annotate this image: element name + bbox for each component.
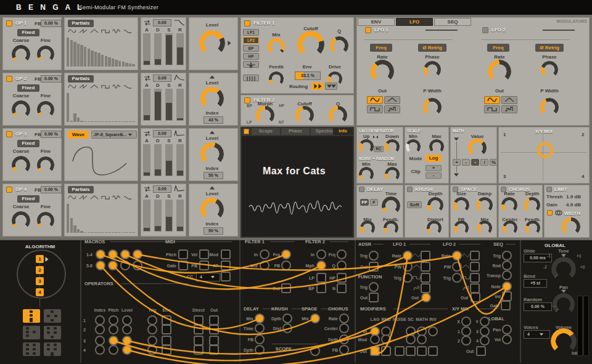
partials-preset-tri-icon[interactable] bbox=[90, 84, 99, 89]
patch-jack[interactable] bbox=[452, 251, 462, 261]
patch-jack[interactable] bbox=[147, 345, 157, 355]
patch-jack[interactable] bbox=[395, 346, 405, 356]
lfo-wave-sine-button[interactable] bbox=[367, 96, 383, 104]
patch-jack[interactable] bbox=[370, 346, 380, 356]
lag-rc-button[interactable]: RC bbox=[374, 146, 384, 152]
partials-preset-sine2-icon[interactable] bbox=[112, 195, 121, 200]
algorithm-preset-6-button[interactable] bbox=[44, 342, 61, 356]
patch-jack[interactable] bbox=[403, 262, 413, 272]
lfo2-rate-knob[interactable] bbox=[488, 60, 511, 83]
patch-jack[interactable] bbox=[316, 273, 326, 283]
patch-jack[interactable] bbox=[452, 262, 462, 272]
patch-jack[interactable] bbox=[122, 325, 132, 334]
op4-partials-display[interactable] bbox=[67, 203, 136, 233]
patch-jack[interactable] bbox=[282, 323, 292, 333]
patch-jack[interactable] bbox=[480, 326, 490, 336]
patch-jack[interactable] bbox=[369, 293, 379, 302]
op1-coarse-knob[interactable] bbox=[12, 45, 30, 63]
noise-min-knob[interactable] bbox=[359, 167, 374, 182]
math-op-mul[interactable]: • bbox=[471, 159, 479, 166]
op3-level-knob[interactable] bbox=[200, 142, 224, 166]
patch-jack[interactable] bbox=[281, 249, 291, 259]
patch-jack[interactable] bbox=[339, 313, 349, 323]
partials-preset-sqr-icon[interactable] bbox=[101, 28, 110, 34]
op4-loop-icon[interactable] bbox=[144, 186, 151, 192]
op1-partials-display[interactable] bbox=[67, 37, 136, 67]
adsr-slider[interactable] bbox=[143, 33, 150, 65]
adsr-slider[interactable] bbox=[176, 144, 184, 176]
patch-jack[interactable] bbox=[178, 249, 188, 259]
lag-link-icon[interactable] bbox=[372, 135, 379, 139]
chorus-center-knob[interactable] bbox=[503, 220, 517, 235]
patch-jack[interactable] bbox=[310, 313, 320, 323]
patch-jack[interactable] bbox=[452, 273, 462, 283]
krush-depth-knob[interactable] bbox=[427, 197, 443, 213]
scale-log-button[interactable]: Log bbox=[426, 155, 442, 162]
op1-fixed-button[interactable]: Fixed bbox=[17, 29, 39, 36]
partials-preset-sine-icon[interactable] bbox=[68, 28, 76, 34]
patch-jack[interactable] bbox=[221, 272, 231, 281]
partials-preset-sine2-icon[interactable] bbox=[112, 28, 121, 34]
patch-jack[interactable] bbox=[502, 261, 512, 270]
algorithm-preset-4-button[interactable] bbox=[44, 326, 61, 339]
math-op-sub[interactable]: - bbox=[462, 159, 470, 166]
patch-jack[interactable] bbox=[162, 345, 171, 355]
space-fb-knob[interactable] bbox=[454, 220, 469, 235]
patch-jack[interactable] bbox=[476, 346, 486, 356]
display-toggle[interactable] bbox=[244, 129, 249, 134]
lfo1-pwidth-knob[interactable] bbox=[423, 98, 442, 116]
algorithm-op1-node[interactable]: 1 bbox=[36, 255, 44, 263]
op3-fixed-button[interactable]: Fixed bbox=[17, 140, 39, 147]
patch-jack[interactable] bbox=[470, 273, 480, 283]
patch-jack[interactable] bbox=[108, 261, 118, 270]
filter1-q-knob[interactable] bbox=[330, 36, 348, 55]
op3-index-value[interactable]: 50 % bbox=[204, 172, 223, 179]
patch-jack[interactable] bbox=[316, 261, 326, 270]
xy-pad-handle[interactable] bbox=[537, 142, 553, 158]
patch-jack[interactable] bbox=[194, 345, 204, 355]
delay-f-button[interactable]: F bbox=[370, 199, 378, 206]
lfo2-phase-knob[interactable] bbox=[541, 61, 558, 78]
patch-jack[interactable] bbox=[316, 283, 326, 293]
op4-fixed-button[interactable]: Fixed bbox=[17, 195, 39, 203]
patch-cc-select[interactable]: 4 bbox=[196, 273, 220, 281]
op1-env-time-value[interactable]: 0.00 bbox=[153, 19, 171, 26]
patch-jack[interactable] bbox=[109, 315, 118, 325]
patch-jack[interactable] bbox=[209, 345, 219, 355]
patch-jack[interactable] bbox=[337, 249, 347, 259]
op3-wave-button[interactable]: Wave bbox=[68, 131, 89, 139]
lfo1-phase-knob[interactable] bbox=[424, 61, 441, 78]
patch-jack[interactable] bbox=[337, 273, 347, 283]
filter1-type-hp[interactable]: HP bbox=[243, 53, 259, 60]
filter2-morph-knob[interactable] bbox=[256, 106, 274, 124]
patch-jack[interactable] bbox=[281, 283, 291, 293]
chorus-depth-knob[interactable] bbox=[524, 197, 540, 213]
patch-jack[interactable] bbox=[255, 345, 265, 355]
algorithm-op3-node[interactable]: 3 bbox=[36, 277, 44, 285]
filter1-type-lp2[interactable]: LP2 bbox=[243, 37, 259, 44]
patch-jack[interactable] bbox=[502, 325, 512, 334]
algorithm-preset-1-button[interactable] bbox=[23, 309, 40, 323]
lfo2-toggle[interactable] bbox=[482, 27, 488, 33]
lag-up-knob[interactable] bbox=[359, 139, 374, 154]
patch-jack[interactable] bbox=[501, 301, 511, 310]
patch-jack[interactable] bbox=[147, 336, 157, 346]
scale-min-knob[interactable] bbox=[406, 139, 421, 154]
adsr-slider[interactable] bbox=[176, 33, 184, 65]
op4-fine-knob[interactable] bbox=[37, 212, 54, 229]
patch-jack[interactable] bbox=[369, 282, 379, 292]
lfo-wave-rnd-button[interactable] bbox=[384, 105, 400, 113]
adsr-slider[interactable] bbox=[165, 200, 173, 232]
patch-jack[interactable] bbox=[403, 273, 413, 283]
krush-toggle[interactable] bbox=[407, 187, 413, 192]
op4-toggle[interactable] bbox=[6, 187, 12, 193]
op3-fb-value[interactable]: 0.00 % bbox=[41, 131, 62, 138]
tune-knob[interactable] bbox=[551, 257, 576, 281]
limit-thresh-value[interactable]: 1.9 dB bbox=[566, 194, 581, 200]
op4-level-knob[interactable] bbox=[200, 198, 224, 221]
patch-jack[interactable] bbox=[108, 249, 118, 259]
scale-clip-minus-button[interactable]: - bbox=[426, 172, 442, 179]
patch-jack[interactable] bbox=[421, 273, 430, 283]
partials-preset-sine-icon[interactable] bbox=[68, 195, 76, 200]
space-damp-knob[interactable] bbox=[477, 197, 493, 213]
